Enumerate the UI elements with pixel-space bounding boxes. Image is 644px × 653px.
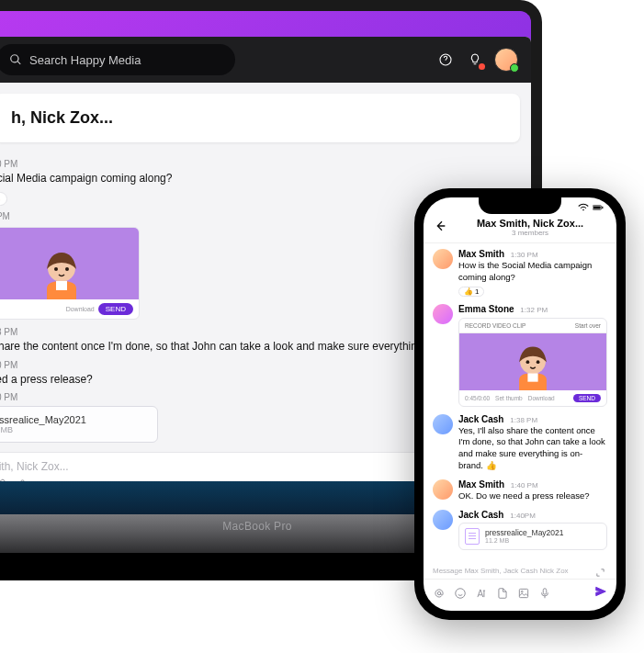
download-label[interactable]: Download — [66, 306, 95, 312]
search-input[interactable]: Search Happy Media — [0, 44, 235, 75]
svg-point-3 — [65, 267, 69, 271]
help-icon — [438, 52, 453, 67]
phone-screen: 9:41 Max Smith, Nick Zox... 3 members Ma… — [424, 197, 616, 611]
image-icon[interactable] — [517, 587, 530, 600]
message-stream: Max Smith 1:30 PM How is the Social Medi… — [424, 243, 616, 563]
expand-button[interactable] — [595, 565, 605, 581]
svg-point-21 — [521, 591, 523, 592]
conversation-title-block[interactable]: Max Smith, Nick Zox... 3 members — [453, 218, 607, 237]
message-timestamp: 1:30 PM — [511, 251, 538, 259]
sender-name: Max Smith — [458, 479, 504, 490]
message-row: Max Smith 1:30 PM How is the Social Medi… — [433, 249, 607, 297]
message-text: Social Media campaign coming along? — [0, 171, 520, 186]
svg-rect-17 — [527, 373, 537, 381]
message-row: Jack Cash 1:38 PM Yes, I'll also share t… — [433, 414, 607, 472]
mention-icon[interactable] — [433, 587, 446, 600]
search-icon — [9, 53, 22, 66]
avatar-illustration — [507, 339, 559, 390]
search-placeholder: Search Happy Media — [29, 53, 141, 67]
sender-name: Jack Cash — [458, 510, 503, 520]
video-card-footer: Download SEND — [0, 299, 139, 319]
back-button[interactable] — [433, 219, 447, 237]
reaction-count: 1 — [475, 287, 479, 296]
laptop-brand-label: MacBook Pro — [222, 520, 291, 533]
file-attachment[interactable]: pressrealice_May2021 11.2 MB — [458, 523, 607, 550]
message-row: Max Smith 1:40 PM OK. Do we need a press… — [433, 479, 607, 502]
attachment-filename: essrealice_May2021 — [0, 414, 148, 425]
conversation-title[interactable]: h, Nick Zox... — [0, 94, 520, 142]
sender-name: Emma Stone — [458, 304, 514, 314]
message-timestamp: 1:40 PM — [511, 481, 538, 490]
document-icon — [465, 528, 480, 545]
wifi-icon — [578, 203, 589, 212]
video-duration: 0:45/0:60 — [465, 395, 490, 401]
send-button[interactable] — [594, 585, 607, 602]
microphone-icon[interactable] — [538, 587, 551, 600]
svg-point-19 — [456, 589, 466, 599]
video-card-title: RECORD VIDEO CLIP — [465, 322, 525, 329]
text-format-icon[interactable] — [475, 587, 488, 600]
sender-avatar[interactable] — [433, 304, 453, 324]
reaction-chip[interactable]: 👍 — [0, 192, 7, 206]
attachment-filesize: 2 MB — [0, 425, 148, 434]
message-timestamp: 1:38 PM — [510, 416, 537, 424]
profile-avatar[interactable] — [494, 48, 518, 72]
message-timestamp: 1:30 PM — [0, 159, 520, 169]
svg-rect-13 — [602, 207, 603, 208]
message-timestamp: 1:40PM — [510, 512, 536, 520]
send-button[interactable]: SEND — [573, 394, 601, 402]
sender-avatar[interactable] — [433, 249, 453, 269]
battery-icon — [593, 203, 604, 212]
emoji-icon[interactable] — [454, 587, 467, 600]
svg-rect-4 — [56, 281, 67, 290]
svg-rect-22 — [543, 589, 547, 594]
conversation-header: Max Smith, Nick Zox... 3 members — [424, 214, 616, 243]
video-start-over[interactable]: Start over — [575, 322, 601, 329]
message-composer[interactable] — [424, 579, 616, 611]
message-row: Jack Cash 1:40PM pressrealice_May2021 11… — [433, 510, 607, 550]
conversation-title: Max Smith, Nick Zox... — [453, 218, 607, 229]
arrow-left-icon — [433, 219, 447, 233]
video-attachment-card[interactable]: RECORD VIDEO CLIP Start over 0:45/0:60 S — [458, 318, 607, 407]
video-download[interactable]: Download — [528, 395, 555, 401]
reaction-emoji: 👍 — [464, 287, 473, 296]
sender-name: Jack Cash — [458, 414, 503, 424]
svg-point-18 — [437, 591, 441, 595]
notifications-button[interactable] — [465, 50, 485, 70]
avatar-illustration — [34, 244, 89, 299]
help-button[interactable] — [435, 50, 456, 70]
attachment-icon[interactable] — [496, 587, 509, 600]
message-text: Yes, I'll also share the content once I'… — [458, 425, 607, 472]
svg-point-16 — [537, 360, 540, 364]
phone-notch — [479, 197, 561, 214]
notification-dot — [479, 63, 485, 70]
sender-avatar[interactable] — [433, 414, 453, 434]
app-topbar: Search Happy Media — [0, 37, 531, 83]
video-thumbnail — [459, 333, 606, 390]
svg-point-2 — [54, 267, 58, 271]
message-timestamp: 1:32 PM — [520, 306, 548, 314]
send-icon — [594, 585, 607, 598]
video-attachment-card[interactable]: Download SEND — [0, 227, 140, 320]
composer-placeholder: Message Max Smith, Jack Cash Nick Zox — [424, 563, 616, 579]
svg-point-15 — [526, 360, 530, 364]
svg-rect-12 — [593, 207, 601, 209]
send-button[interactable]: SEND — [98, 303, 133, 315]
message-text: How is the Social Media campaign coming … — [458, 260, 607, 284]
video-thumbnail — [0, 228, 139, 299]
message-text: OK. Do we need a press release? — [458, 490, 607, 502]
svg-rect-20 — [519, 589, 527, 597]
reaction-chip[interactable]: 👍 1 — [458, 287, 484, 297]
sender-name: Max Smith — [458, 249, 504, 259]
video-set-thumb[interactable]: Set thumb — [495, 395, 523, 401]
attachment-filename: pressrealice_May2021 — [485, 528, 564, 537]
sender-avatar[interactable] — [433, 510, 453, 530]
sender-avatar[interactable] — [433, 479, 453, 500]
conversation-subtitle: 3 members — [453, 229, 607, 237]
expand-icon — [595, 568, 605, 578]
file-attachment[interactable]: essrealice_May2021 2 MB — [0, 406, 158, 443]
attachment-filesize: 11.2 MB — [485, 537, 564, 544]
phone-mockup: 9:41 Max Smith, Nick Zox... 3 members Ma… — [414, 188, 626, 620]
message-row: Emma Stone 1:32 PM RECORD VIDEO CLIP Sta… — [433, 304, 607, 407]
